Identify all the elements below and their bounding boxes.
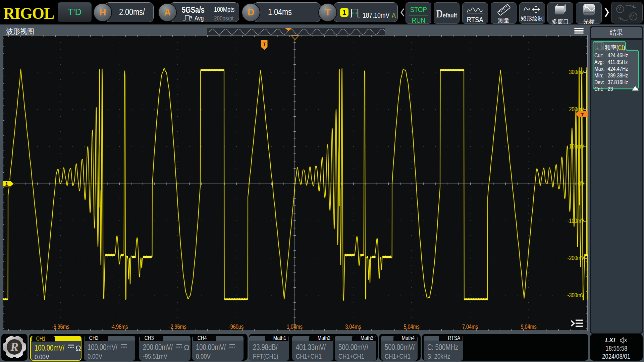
svg-text:1.04ms: 1.04ms <box>287 323 303 330</box>
svg-text:-100mV: -100mV <box>568 217 584 224</box>
svg-text:3.04ms: 3.04ms <box>345 323 361 330</box>
svg-text:T: T <box>263 41 266 47</box>
svg-text:-300mV: -300mV <box>568 292 584 298</box>
svg-text:-4.96ms: -4.96ms <box>110 323 128 330</box>
svg-text:-2.96ms: -2.96ms <box>169 323 186 330</box>
svg-text:-960µs: -960µs <box>229 323 244 330</box>
svg-text:A: A <box>584 4 586 8</box>
svg-text:T: T <box>581 112 584 117</box>
svg-text:9.04ms: 9.04ms <box>521 323 536 330</box>
svg-text:R: R <box>10 340 18 354</box>
svg-text:-6.96ms: -6.96ms <box>52 323 69 330</box>
svg-text:N: N <box>190 15 192 19</box>
svg-text:1: 1 <box>5 181 8 187</box>
svg-text:-200mV: -200mV <box>568 254 584 261</box>
svg-text:B: B <box>592 4 595 8</box>
svg-text:5.04ms: 5.04ms <box>404 323 420 330</box>
svg-text:7.04ms: 7.04ms <box>462 323 478 330</box>
